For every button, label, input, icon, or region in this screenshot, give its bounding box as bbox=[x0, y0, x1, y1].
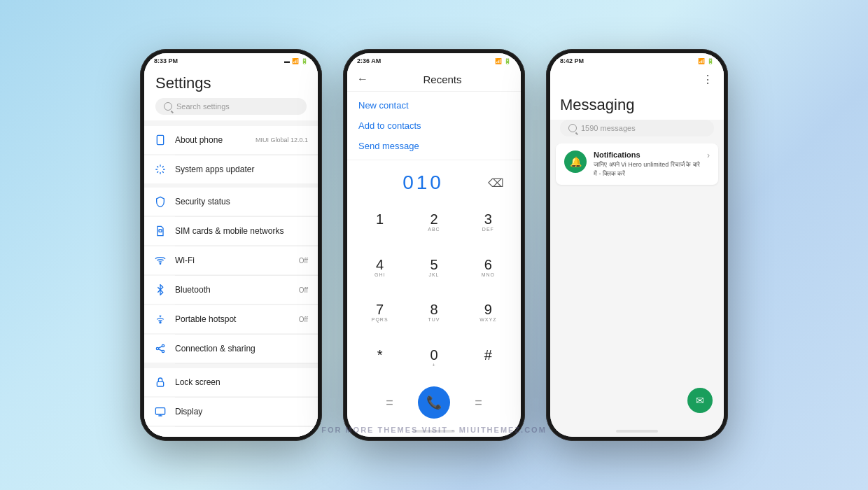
key-8[interactable]: 8 TUV bbox=[407, 290, 461, 336]
home-indicator-3 bbox=[616, 430, 658, 433]
svg-line-9 bbox=[159, 349, 162, 351]
security-label: Security status bbox=[175, 197, 308, 206]
svg-point-3 bbox=[160, 263, 160, 264]
notification-chevron-icon: › bbox=[707, 150, 710, 160]
search-placeholder: Search settings bbox=[176, 102, 230, 111]
settings-item-bluetooth[interactable]: Bluetooth Off bbox=[144, 276, 318, 304]
svg-rect-11 bbox=[155, 408, 164, 414]
dialer-screen: ← Recents New contact Add to contacts Se… bbox=[347, 67, 521, 437]
settings-list: About phone MIUI Global 12.0.1 System ap… bbox=[144, 120, 318, 437]
key-0[interactable]: 0 + bbox=[407, 335, 461, 381]
key-5[interactable]: 5 JKL bbox=[407, 245, 461, 290]
search-icon bbox=[164, 102, 172, 111]
hotspot-label: Portable hotspot bbox=[175, 314, 290, 324]
about-phone-badge: MIUI Global 12.0.1 bbox=[255, 136, 308, 144]
add-to-contacts-link[interactable]: Add to contacts bbox=[358, 120, 510, 131]
settings-title: Settings bbox=[155, 74, 307, 92]
settings-item-display[interactable]: Display bbox=[144, 398, 318, 426]
notification-title: Notifications bbox=[594, 150, 700, 159]
settings-item-connection[interactable]: Connection & sharing bbox=[144, 335, 318, 363]
settings-item-lock[interactable]: Lock screen bbox=[144, 368, 318, 396]
svg-point-6 bbox=[162, 344, 164, 346]
key-6[interactable]: 6 MNO bbox=[461, 245, 515, 290]
svg-point-4 bbox=[160, 322, 161, 323]
svg-rect-10 bbox=[157, 382, 163, 386]
settings-item-hotspot[interactable]: Portable hotspot Off bbox=[144, 305, 318, 333]
status-bar-2: 2:36 AM 📶🔋 bbox=[347, 53, 521, 67]
settings-screen: Settings Search settings About phone MIU… bbox=[144, 67, 318, 437]
svg-point-7 bbox=[162, 350, 164, 352]
settings-item-sound[interactable]: Sound & vibration bbox=[144, 427, 318, 437]
call-button[interactable]: 📞 bbox=[418, 386, 450, 419]
compose-fab-button[interactable]: ✉ bbox=[687, 388, 713, 413]
settings-header: Settings Search settings bbox=[144, 67, 318, 120]
msg-search-icon bbox=[568, 124, 577, 132]
hotspot-value: Off bbox=[299, 316, 308, 323]
dial-side-left: = bbox=[361, 396, 418, 410]
connection-icon bbox=[154, 342, 167, 355]
display-icon bbox=[154, 405, 167, 418]
key-4[interactable]: 4 GHI bbox=[353, 245, 407, 290]
send-message-link[interactable]: Send message bbox=[358, 141, 510, 151]
svg-rect-0 bbox=[157, 135, 163, 144]
msg-search-placeholder: 1590 messages bbox=[581, 124, 636, 132]
lock-icon bbox=[154, 376, 167, 388]
key-2[interactable]: 2 ABC bbox=[407, 200, 461, 245]
msg-content: 🔔 Notifications जानिए अपने Vi Hero unlim… bbox=[550, 144, 724, 427]
wifi-value: Off bbox=[299, 257, 308, 265]
status-icons-3: 📶🔋 bbox=[698, 58, 714, 64]
recents-links: New contact Add to contacts Send message bbox=[347, 92, 521, 160]
settings-item-sim[interactable]: SIM cards & mobile networks bbox=[144, 217, 318, 245]
back-button[interactable]: ← bbox=[357, 73, 368, 85]
svg-rect-2 bbox=[159, 230, 162, 232]
notification-icon: 🔔 bbox=[564, 150, 587, 173]
bluetooth-value: Off bbox=[299, 286, 308, 294]
new-contact-link[interactable]: New contact bbox=[358, 100, 510, 111]
notification-card[interactable]: 🔔 Notifications जानिए अपने Vi Hero unlim… bbox=[556, 144, 718, 185]
system-apps-icon bbox=[154, 163, 167, 176]
watermark-text: FOR MORE THEMES VISIT - MIUITHEMEZ.COM bbox=[321, 426, 547, 434]
key-1[interactable]: 1 bbox=[353, 200, 407, 245]
key-3[interactable]: 3 DEF bbox=[461, 200, 515, 245]
keypad: 1 2 ABC 3 DEF 4 GHI 5 JKL bbox=[347, 200, 521, 381]
settings-item-security[interactable]: Security status bbox=[144, 188, 318, 216]
settings-item-system[interactable]: System apps updater bbox=[144, 155, 318, 183]
key-7[interactable]: 7 PQRS bbox=[353, 290, 407, 336]
dialer-header: ← Recents bbox=[347, 67, 521, 92]
dialer-title: Recents bbox=[374, 74, 511, 85]
wifi-icon bbox=[154, 254, 167, 267]
svg-point-5 bbox=[156, 347, 158, 349]
lock-label: Lock screen bbox=[175, 377, 308, 387]
key-star[interactable]: * bbox=[353, 335, 407, 381]
connection-label: Connection & sharing bbox=[175, 344, 308, 354]
security-icon bbox=[154, 195, 167, 208]
dialer-bottom: = 📞 = bbox=[347, 381, 521, 427]
msg-header-bar: ⋮ bbox=[550, 67, 724, 92]
sim-label: SIM cards & mobile networks bbox=[175, 226, 308, 236]
backspace-button[interactable]: ⌫ bbox=[485, 174, 507, 192]
dial-number: 010 bbox=[361, 172, 485, 194]
notification-body: जानिए अपने Vi Hero unlimited रिचार्ज के … bbox=[594, 160, 700, 178]
notification-content: Notifications जानिए अपने Vi Hero unlimit… bbox=[594, 150, 700, 178]
system-apps-label: System apps updater bbox=[175, 164, 308, 174]
dial-display: 010 ⌫ bbox=[347, 160, 521, 200]
time-1: 8:33 PM bbox=[154, 57, 178, 64]
more-options-icon[interactable]: ⋮ bbox=[702, 73, 714, 86]
status-icons-1: ▬📶🔋 bbox=[284, 58, 308, 64]
svg-line-8 bbox=[159, 346, 162, 348]
about-phone-label: About phone bbox=[175, 135, 247, 145]
phone-messaging: 8:42 PM 📶🔋 ⋮ Messaging 1590 messages 🔔 bbox=[546, 49, 728, 441]
sim-icon bbox=[154, 225, 167, 237]
about-phone-icon bbox=[154, 134, 167, 146]
phone-dialer: 2:36 AM 📶🔋 ← Recents New contact Add to … bbox=[343, 49, 525, 441]
settings-item-about[interactable]: About phone MIUI Global 12.0.1 bbox=[144, 126, 318, 154]
settings-item-wifi[interactable]: Wi-Fi Off bbox=[144, 246, 318, 274]
sound-label: Sound & vibration bbox=[175, 436, 308, 437]
call-icon: 📞 bbox=[426, 395, 442, 410]
key-9[interactable]: 9 WXYZ bbox=[461, 290, 515, 336]
time-3: 8:42 PM bbox=[560, 57, 584, 64]
msg-search-bar[interactable]: 1590 messages bbox=[560, 120, 714, 136]
key-hash[interactable]: # bbox=[461, 335, 515, 381]
settings-search-bar[interactable]: Search settings bbox=[155, 98, 307, 115]
dial-side-right: = bbox=[450, 396, 507, 410]
